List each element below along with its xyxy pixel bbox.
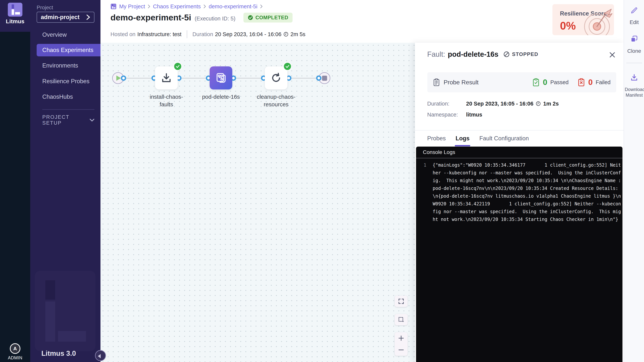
download-icon <box>630 73 638 82</box>
avatar[interactable]: A <box>10 343 20 354</box>
passed-count: 0 <box>543 78 547 87</box>
account-section: A ADMIN <box>0 343 30 360</box>
close-drawer-button[interactable] <box>608 51 616 59</box>
clone-button[interactable]: Clone <box>624 35 644 54</box>
success-check-icon <box>283 62 292 71</box>
experiment-icon <box>215 72 227 84</box>
sidebar-divider <box>42 109 94 110</box>
fit-view-button[interactable] <box>395 296 408 307</box>
project-select[interactable]: admin-project <box>37 12 94 23</box>
project-setup-toggle[interactable]: PROJECT SETUP <box>42 116 94 124</box>
sidebar-item-chaos-experiments[interactable]: Chaos Experiments <box>37 44 100 56</box>
log-text: {"mainLogs":"W0920 10:35:34.346177 1 cli… <box>433 161 621 223</box>
duration-label: Duration <box>192 31 213 38</box>
zoom-controls[interactable] <box>395 332 408 356</box>
litmus-logo[interactable]: Litmus <box>0 0 30 32</box>
sidebar-item-environments[interactable]: Environments <box>30 59 100 72</box>
sidebar-item-chaoshubs[interactable]: ChaosHubs <box>30 91 100 103</box>
chevron-right-icon <box>260 4 263 9</box>
fault-duration-label: Duration: <box>427 101 466 107</box>
tab-fault-configuration[interactable]: Fault Configuration <box>479 130 529 146</box>
download-manifest-button[interactable]: Download Manifest <box>624 73 644 98</box>
clone-label: Clone <box>627 48 641 54</box>
fault-label: Fault: <box>427 50 445 58</box>
tab-logs[interactable]: Logs <box>456 130 470 146</box>
chevron-right-icon <box>86 14 90 20</box>
breadcrumb-chaos-experiments[interactable]: Chaos Experiments <box>153 4 201 10</box>
node-label: cleanup-chaos-resources <box>255 93 297 108</box>
node-cleanup-chaos-resources[interactable] <box>265 66 288 89</box>
title-row: demo-experiment-5i (Execution ID: 5) COM… <box>110 12 292 24</box>
execution-id: (Execution ID: 5) <box>195 16 236 22</box>
sync-icon <box>270 72 282 84</box>
sidebar-item-label: Environments <box>42 62 78 69</box>
infrastructure-value: Infrastructure: test <box>137 31 182 38</box>
edit-button[interactable]: Edit <box>624 7 644 25</box>
version-label: Litmus 3.0 <box>41 349 76 357</box>
stopped-icon <box>503 51 510 58</box>
selection-mode-button[interactable] <box>395 314 408 325</box>
breadcrumb-my-project[interactable]: My Project <box>119 4 145 10</box>
status-badge: COMPLETED <box>244 13 292 23</box>
passed-clipboard-icon <box>532 78 540 87</box>
fault-namespace-label: Namespace: <box>427 112 466 118</box>
app-root: Litmus A ADMIN Project admin-project Ove… <box>0 0 644 362</box>
sidebar-collapse-toggle[interactable] <box>95 350 106 361</box>
sidebar-item-label: Resilience Probes <box>42 78 90 85</box>
failed-label: Failed <box>596 79 610 85</box>
project-select-value: admin-project <box>41 14 80 21</box>
sidebar-item-label: ChaosHubs <box>42 93 73 100</box>
chevron-down-icon <box>90 118 94 122</box>
fault-name: pod-delete-16s <box>448 50 498 58</box>
console-logs-title: Console Logs <box>423 149 455 155</box>
download-manifest-label: Download Manifest <box>625 87 644 98</box>
play-icon <box>116 75 121 81</box>
clock-icon <box>536 101 541 106</box>
clipboard-icon <box>433 78 440 86</box>
chevron-left-icon <box>98 354 101 358</box>
close-icon <box>608 51 616 59</box>
download-icon <box>160 72 172 84</box>
probe-result-summary: Probe Result 0 Passed 0 Failed <box>428 72 616 92</box>
page-header: My Project Chaos Experiments demo-experi… <box>100 0 624 43</box>
breadcrumb: My Project Chaos Experiments demo-experi… <box>110 3 263 10</box>
sidebar-item-overview[interactable]: Overview <box>30 29 100 41</box>
status-badge-label: COMPLETED <box>256 15 288 21</box>
clone-icon <box>630 35 638 43</box>
fault-details-drawer: Fault: pod-delete-16s STOPPED Pro <box>415 43 624 362</box>
sidebar-item-resilience-probes[interactable]: Resilience Probes <box>30 75 100 88</box>
fault-duration-elapsed: 1m 2s <box>543 101 559 107</box>
selection-icon <box>398 316 404 323</box>
fault-header: Fault: pod-delete-16s STOPPED <box>427 50 538 59</box>
edit-label: Edit <box>630 19 639 25</box>
fault-duration-value: 20 Sep 2023, 16:05 - 16:06 <box>466 101 533 107</box>
edge-port <box>316 75 322 81</box>
resilience-score-card: Resilience Score 0% <box>552 4 614 35</box>
fault-status-label: STOPPED <box>512 51 538 57</box>
failed-clipboard-icon <box>577 78 585 87</box>
zoom-out-icon[interactable] <box>398 346 404 353</box>
resilience-score-value: 0% <box>560 19 576 32</box>
duration-value: 20 Sep 2023, 16:04 - 16:06 <box>215 31 282 38</box>
litmus-watermark <box>35 271 95 351</box>
action-rail: Edit Clone Download Manifest <box>624 0 644 362</box>
fault-namespace-row: Namespace: litmus <box>427 111 482 118</box>
clock-icon <box>283 32 288 37</box>
node-pod-delete[interactable] <box>210 66 232 89</box>
node-label: install-chaos-faults <box>146 93 187 108</box>
console-logs-header: Console Logs <box>416 147 622 158</box>
fault-namespace-value: litmus <box>466 112 482 118</box>
node-install-chaos-faults[interactable] <box>155 66 178 89</box>
project-setup-label: PROJECT SETUP <box>42 114 84 126</box>
sidebar-item-label: Overview <box>42 31 67 38</box>
success-check-icon <box>173 62 182 71</box>
action-rail-divider <box>626 63 642 63</box>
litmus-mini-logo-icon <box>110 4 116 10</box>
subtitle-row: Hosted on Infrastructure: test Duration … <box>110 30 306 38</box>
tab-probes[interactable]: Probes <box>427 130 446 146</box>
edge-port <box>121 75 126 81</box>
zoom-in-icon[interactable] <box>398 335 404 341</box>
target-illustration <box>580 6 614 35</box>
console-logs-panel[interactable]: Console Logs 1 {"mainLogs":"W0920 10:35:… <box>416 147 622 362</box>
breadcrumb-experiment[interactable]: demo-experiment-5i <box>209 4 258 10</box>
